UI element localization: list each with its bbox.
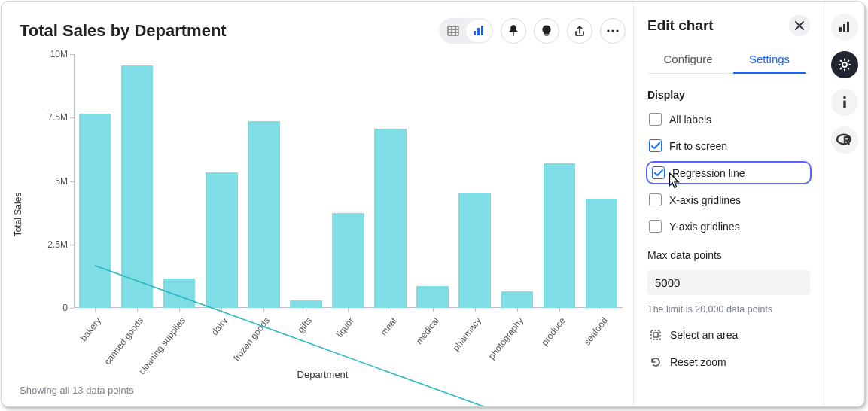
svg-point-10 bbox=[616, 29, 618, 32]
y-tick-label: 0 bbox=[62, 303, 68, 313]
close-panel-button[interactable] bbox=[789, 15, 810, 36]
svg-rect-27 bbox=[843, 101, 845, 108]
checkbox-fit-to-screen[interactable]: Fit to screen bbox=[647, 136, 810, 155]
svg-rect-5 bbox=[474, 31, 476, 35]
bar[interactable]: gifts bbox=[285, 300, 327, 308]
reset-icon bbox=[649, 356, 662, 368]
bar[interactable]: pharmacy bbox=[454, 193, 496, 308]
right-rail bbox=[824, 2, 864, 406]
bar[interactable]: frozen goods bbox=[242, 121, 285, 308]
checkbox-icon bbox=[649, 139, 662, 152]
checkbox-label: Y-axis gridlines bbox=[669, 221, 740, 233]
y-tick-label: 2.5M bbox=[47, 239, 68, 250]
more-button[interactable] bbox=[600, 18, 626, 44]
bar[interactable]: seafood bbox=[580, 199, 623, 308]
select-area-icon bbox=[649, 329, 662, 341]
y-tick-label: 5M bbox=[55, 176, 68, 187]
svg-rect-7 bbox=[481, 26, 483, 35]
info-icon bbox=[842, 96, 848, 109]
y-tick-label: 7.5M bbox=[47, 112, 68, 123]
x-tick-label: pharmacy bbox=[450, 315, 483, 353]
x-tick-label: seafood bbox=[582, 315, 610, 347]
table-view-button[interactable] bbox=[440, 20, 466, 42]
svg-rect-6 bbox=[477, 28, 480, 35]
x-tick-label: produce bbox=[539, 315, 568, 348]
select-area-action[interactable]: Select an area bbox=[647, 325, 810, 345]
pin-icon bbox=[508, 25, 519, 37]
reset-zoom-action[interactable]: Reset zoom bbox=[647, 352, 810, 372]
svg-rect-15 bbox=[843, 24, 845, 32]
max-points-input[interactable]: 5000 bbox=[647, 270, 810, 295]
insight-button[interactable] bbox=[534, 18, 559, 44]
svg-rect-16 bbox=[847, 22, 849, 32]
table-icon bbox=[447, 26, 459, 36]
close-icon bbox=[795, 21, 804, 30]
max-points-label: Max data points bbox=[647, 249, 810, 261]
tab-configure[interactable]: Configure bbox=[647, 47, 729, 73]
checkbox-label: Fit to screen bbox=[669, 140, 727, 152]
chart-area[interactable]: Total Sales 02.5M5M7.5M10Mbakerycanned g… bbox=[20, 48, 626, 380]
share-button[interactable] bbox=[567, 18, 592, 44]
bar[interactable]: medical bbox=[412, 286, 454, 308]
x-tick-label: dairy bbox=[209, 315, 230, 337]
checkbox-all-labels[interactable]: All labels bbox=[647, 110, 810, 129]
svg-rect-14 bbox=[839, 27, 842, 32]
rail-r-button[interactable] bbox=[831, 126, 858, 154]
checkbox-regression-line[interactable]: Regression line bbox=[647, 163, 810, 183]
checkbox-icon bbox=[649, 193, 662, 206]
bar[interactable]: meat bbox=[370, 129, 412, 308]
r-logo-icon bbox=[836, 133, 853, 147]
bar[interactable]: photography bbox=[496, 291, 538, 308]
chart-icon bbox=[473, 26, 485, 36]
x-tick-label: medical bbox=[413, 315, 440, 346]
x-axis-label: Department bbox=[297, 369, 349, 380]
svg-line-23 bbox=[848, 68, 849, 69]
x-tick-label: photography bbox=[486, 315, 525, 361]
rail-chart-button[interactable] bbox=[831, 14, 858, 41]
bar[interactable]: produce bbox=[538, 163, 580, 308]
panel-tabs: Configure Settings bbox=[647, 47, 810, 74]
checkbox-icon bbox=[652, 166, 665, 179]
bar[interactable]: cleaning supplies bbox=[158, 279, 200, 308]
chart-main: Total Sales by Department bbox=[2, 2, 633, 406]
x-tick-label: canned goods bbox=[102, 315, 145, 367]
svg-line-25 bbox=[840, 68, 842, 69]
checkbox-y-gridlines[interactable]: Y-axis gridlines bbox=[647, 217, 810, 236]
svg-rect-0 bbox=[448, 26, 458, 35]
x-tick-label: bakery bbox=[78, 315, 103, 343]
svg-rect-13 bbox=[653, 333, 658, 337]
x-tick-label: liquor bbox=[334, 315, 356, 339]
checkbox-x-gridlines[interactable]: X-axis gridlines bbox=[647, 190, 810, 209]
chart-footer-status: Showing all 13 data points bbox=[20, 385, 626, 396]
view-toggle bbox=[439, 18, 493, 44]
gear-icon bbox=[838, 58, 851, 72]
pin-button[interactable] bbox=[501, 18, 526, 44]
x-tick-label: frozen goods bbox=[232, 315, 273, 363]
svg-point-17 bbox=[842, 62, 847, 67]
ellipsis-icon bbox=[607, 29, 619, 32]
svg-line-22 bbox=[840, 60, 842, 62]
action-label: Reset zoom bbox=[670, 356, 726, 368]
x-tick-label: cleaning supplies bbox=[136, 315, 187, 376]
checkbox-label: X-axis gridlines bbox=[669, 194, 741, 206]
x-tick-label: meat bbox=[378, 315, 398, 338]
chart-icon bbox=[839, 22, 851, 32]
edit-chart-panel: Edit chart Configure Settings Display Al… bbox=[633, 2, 824, 406]
bar[interactable]: dairy bbox=[200, 172, 242, 308]
y-tick-label: 10M bbox=[50, 49, 68, 59]
chart-view-button[interactable] bbox=[466, 20, 492, 42]
tab-settings[interactable]: Settings bbox=[729, 47, 810, 73]
checkbox-icon bbox=[649, 113, 662, 126]
share-icon bbox=[574, 25, 585, 37]
max-points-hint: The limit is 20,000 data points bbox=[647, 304, 810, 315]
checkbox-label: Regression line bbox=[672, 167, 745, 179]
svg-line-24 bbox=[848, 60, 849, 62]
bar[interactable]: canned goods bbox=[116, 65, 158, 308]
bar[interactable]: bakery bbox=[74, 114, 116, 308]
action-label: Select an area bbox=[670, 329, 738, 341]
bar[interactable]: liquor bbox=[327, 213, 369, 308]
rail-info-button[interactable] bbox=[831, 89, 858, 116]
x-tick-label: gifts bbox=[296, 315, 315, 335]
rail-settings-button[interactable] bbox=[831, 51, 858, 78]
panel-title: Edit chart bbox=[647, 17, 714, 34]
